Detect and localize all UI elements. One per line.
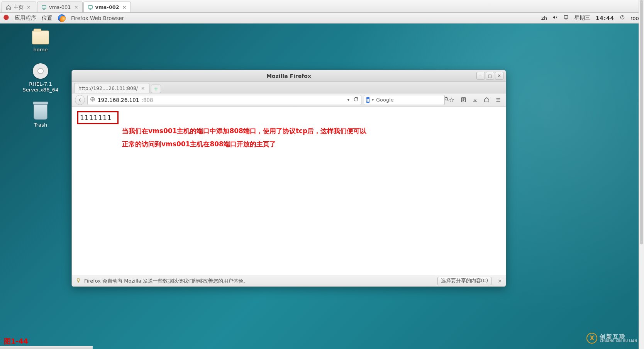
bookmark-star-icon[interactable]: ☆	[447, 95, 456, 105]
close-icon[interactable]: ×	[141, 85, 145, 91]
close-icon[interactable]: ×	[74, 4, 78, 10]
firefox-toolbar: 192.168.26.101:808 ▾ g ▾ ☆	[72, 93, 506, 107]
home-icon	[6, 5, 11, 10]
places-menu[interactable]: 位置	[42, 15, 53, 22]
minimize-button[interactable]: ─	[476, 72, 485, 80]
reload-icon[interactable]	[353, 97, 359, 103]
desktop: home RHEL-7.1 Server.x86_64 Trash Mozill…	[0, 24, 644, 349]
vm-icon	[88, 5, 93, 10]
reader-icon[interactable]	[459, 95, 468, 105]
page-body-text: 1111111	[77, 111, 119, 124]
globe-icon	[90, 97, 95, 103]
page-content: 1111111 当我们在vms001主机的端口中添加808端口，使用了协议tcp…	[72, 107, 506, 275]
watermark-sub: CHUANG XIN HU LIAN	[600, 340, 637, 343]
desktop-icon-label: RHEL-7.1 Server.x86_64	[19, 81, 62, 93]
ime-indicator[interactable]: zh	[541, 15, 547, 21]
host-tab-label: 主页	[14, 4, 24, 11]
watermark-badge-icon: X	[586, 333, 597, 344]
firefox-icon	[58, 14, 66, 22]
firefox-window: Mozilla Firefox ─ ▢ ✕ http://192....26.1…	[71, 70, 506, 287]
tab-label: http://192....26.101:808/	[78, 85, 138, 91]
search-input[interactable]	[376, 97, 442, 103]
svg-rect-8	[473, 102, 477, 102]
url-port: :808	[141, 97, 153, 103]
firefox-tab[interactable]: http://192....26.101:808/ ×	[74, 83, 149, 93]
url-bar[interactable]: 192.168.26.101:808 ▾	[87, 95, 361, 105]
window-titlebar[interactable]: Mozilla Firefox ─ ▢ ✕	[72, 70, 506, 82]
annotation-text: 当我们在vms001主机的端口中添加808端口，使用了协议tcp后，这样我们便可…	[122, 124, 366, 151]
host-tab-label: vms-001	[49, 4, 71, 10]
annotation-line: 当我们在vms001主机的端口中添加808端口，使用了协议tcp后，这样我们便可…	[122, 124, 366, 137]
network-icon[interactable]	[563, 15, 569, 21]
lightbulb-icon	[76, 278, 81, 284]
desktop-icon-label: home	[34, 47, 48, 53]
firefox-tab-strip: http://192....26.101:808/ × ＋	[72, 82, 506, 93]
svg-rect-0	[42, 5, 46, 8]
chevron-down-icon[interactable]: ▾	[372, 98, 374, 102]
firefox-home-icon[interactable]	[482, 95, 491, 105]
power-icon[interactable]	[620, 15, 625, 21]
folder-icon	[32, 30, 49, 44]
chevron-down-icon[interactable]: ▾	[347, 97, 349, 102]
watermark: X 创新互联 CHUANG XIN HU LIAN	[586, 333, 637, 344]
host-tab-label: vms-002	[95, 4, 119, 10]
close-button[interactable]: ✕	[495, 72, 503, 80]
desktop-icon-disc[interactable]: RHEL-7.1 Server.x86_64	[19, 63, 62, 93]
svg-rect-1	[88, 5, 92, 8]
search-engine-icon: g	[366, 97, 369, 103]
volume-icon[interactable]	[552, 15, 558, 21]
host-tab-strip: 主页 × vms-001 × vms-002 ×	[0, 0, 644, 13]
active-app-title[interactable]: Firefox Web Browser	[71, 15, 124, 21]
svg-point-2	[3, 15, 8, 20]
new-tab-button[interactable]: ＋	[151, 85, 161, 93]
fedora-icon	[3, 14, 9, 22]
search-bar[interactable]: g ▾	[364, 95, 445, 105]
figure-label: 图1-44	[4, 337, 28, 346]
host-tab-vms001[interactable]: vms-001 ×	[37, 2, 83, 12]
host-taskbar	[0, 346, 93, 349]
disc-icon	[33, 63, 48, 79]
trash-icon	[34, 103, 47, 120]
close-icon[interactable]: ×	[498, 278, 502, 284]
menu-icon[interactable]	[493, 95, 503, 105]
annotation-line: 正常的访问到vms001主机在808端口开放的主页了	[122, 137, 366, 151]
close-icon[interactable]: ×	[27, 4, 31, 10]
host-tab-home[interactable]: 主页 ×	[2, 2, 36, 12]
share-content-button[interactable]: 选择要分享的内容(C)	[437, 277, 491, 285]
desktop-icon-label: Trash	[34, 122, 47, 128]
page-scrollbar[interactable]	[639, 0, 644, 349]
downloads-icon[interactable]	[470, 95, 480, 105]
svg-rect-3	[564, 15, 568, 18]
host-tab-vms002[interactable]: vms-002 ×	[83, 2, 131, 12]
back-button[interactable]	[75, 95, 85, 105]
window-title: Mozilla Firefox	[266, 73, 311, 79]
status-text: Firefox 会自动向 Mozilla 发送一些数据以便我们能够改善您的用户体…	[84, 278, 248, 285]
maximize-button[interactable]: ▢	[486, 72, 494, 80]
url-host: 192.168.26.101	[98, 97, 139, 103]
clock-time[interactable]: 14:44	[596, 15, 614, 21]
vm-icon	[41, 5, 47, 10]
clock-day[interactable]: 星期三	[574, 15, 590, 22]
firefox-status-bar: Firefox 会自动向 Mozilla 发送一些数据以便我们能够改善您的用户体…	[72, 275, 506, 286]
desktop-icon-trash[interactable]: Trash	[19, 103, 62, 128]
gnome-top-bar: 应用程序 位置 Firefox Web Browser zh 星期三 14:44…	[0, 13, 644, 24]
applications-menu[interactable]: 应用程序	[15, 15, 36, 22]
watermark-text: 创新互联	[600, 334, 637, 340]
scrollbar-thumb[interactable]	[640, 0, 643, 244]
close-icon[interactable]: ×	[122, 4, 127, 10]
desktop-icon-home[interactable]: home	[19, 30, 62, 53]
